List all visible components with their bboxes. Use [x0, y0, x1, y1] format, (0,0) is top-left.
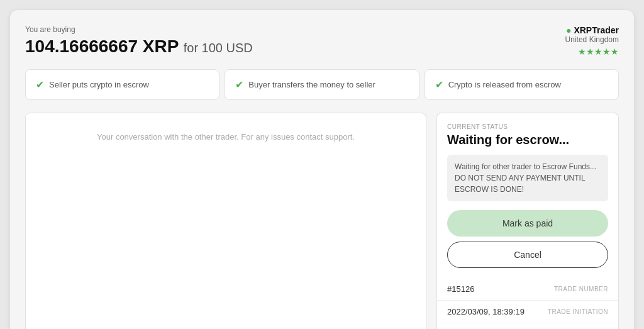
escrow-notice: Waiting for other trader to Escrow Funds… [447, 155, 608, 201]
header-right: XRPTrader United Kingdom ★★★★★ [565, 25, 619, 57]
trader-stars: ★★★★★ [565, 47, 619, 57]
trade-number-label: TRADE NUMBER [554, 286, 608, 293]
header-left: You are buying 104.16666667 XRP for 100 … [25, 25, 253, 57]
mark-as-paid-button[interactable]: Mark as paid [447, 210, 608, 237]
chat-messages: Trade started. Say Hi and wait for XRPTr… [26, 154, 426, 329]
trade-limits-row: 5 – 400 USD TRADE LIMITS [437, 323, 618, 329]
trade-container: You are buying 104.16666667 XRP for 100 … [10, 10, 634, 329]
steps: ✔ Seller puts crypto in escrow ✔ Buyer t… [25, 69, 619, 100]
step-3: ✔ Crypto is released from escrow [425, 69, 619, 100]
buying-label: You are buying [25, 25, 253, 34]
trade-details: #15126 TRADE NUMBER 2022/03/09, 18:39:19… [436, 278, 619, 329]
for-text: for 100 USD [184, 41, 253, 55]
step-3-label: Crypto is released from escrow [448, 80, 561, 89]
trade-initiation-label: TRADE INITIATION [548, 308, 608, 315]
chat-placeholder: Your conversation with the other trader.… [26, 120, 426, 154]
crypto-amount: 104.16666667 XRP [25, 36, 179, 56]
trade-amount: 104.16666667 XRP for 100 USD [25, 36, 253, 57]
trade-number-row: #15126 TRADE NUMBER [437, 278, 618, 301]
step-2: ✔ Buyer transfers the money to seller [225, 69, 419, 100]
trade-number-value: #15126 [447, 284, 474, 294]
header: You are buying 104.16666667 XRP for 100 … [25, 25, 619, 57]
info-panel: CURRENT STATUS Waiting for escrow... Wai… [436, 113, 619, 329]
step-2-label: Buyer transfers the money to seller [248, 80, 375, 89]
current-status-label: CURRENT STATUS [447, 123, 608, 130]
trader-name: XRPTrader [565, 25, 619, 35]
step-1-label: Seller puts crypto in escrow [49, 80, 149, 89]
trader-country: United Kingdom [565, 35, 619, 44]
check-icon-2: ✔ [235, 79, 243, 91]
step-1: ✔ Seller puts crypto in escrow [25, 69, 219, 100]
trade-initiation-value: 2022/03/09, 18:39:19 [447, 307, 525, 316]
status-section: CURRENT STATUS Waiting for escrow... Wai… [436, 113, 619, 278]
check-icon-1: ✔ [36, 79, 44, 91]
trade-initiation-row: 2022/03/09, 18:39:19 TRADE INITIATION [437, 301, 618, 323]
status-title: Waiting for escrow... [447, 133, 608, 147]
check-icon-3: ✔ [435, 79, 443, 91]
chat-panel: Your conversation with the other trader.… [25, 113, 426, 329]
main-content: Your conversation with the other trader.… [25, 113, 619, 329]
cancel-button[interactable]: Cancel [447, 242, 608, 268]
